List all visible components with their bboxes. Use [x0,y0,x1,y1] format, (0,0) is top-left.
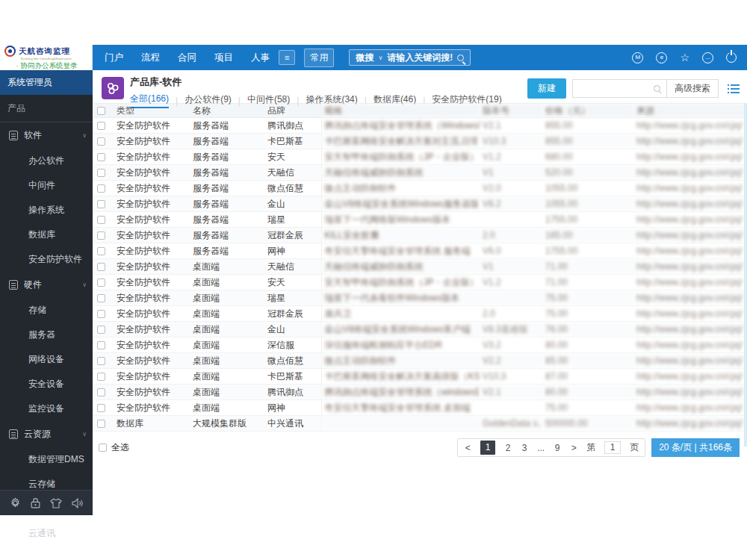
cell-source: http://www.zjcg.gov.cn/cjxj/ [633,118,746,134]
cell-name: 桌面端 [190,385,264,400]
row-checkbox[interactable] [97,231,105,240]
tab-全部(166)[interactable]: 全部(166) [130,93,169,108]
cell-brand: 中兴通讯 [264,416,321,432]
cell-brand: 安天 [264,149,321,165]
global-search[interactable]: 微搜 ∨ 请输入关键词搜! [349,49,471,66]
row-checkbox[interactable] [97,420,105,428]
new-button[interactable]: 新建 [527,78,566,99]
sidebar-item-办公软件[interactable]: 办公软件 [0,149,93,173]
row-checkbox[interactable] [97,216,105,224]
row-checkbox[interactable] [97,184,105,193]
row-checkbox[interactable] [97,294,105,302]
cell-version: GoldenData s... [480,416,542,432]
table-search-box: 高级搜索 [572,79,719,98]
row-checkbox[interactable] [97,137,105,146]
nav-item-流程[interactable]: 流程 [141,52,160,64]
select-all-checkbox[interactable] [99,444,107,452]
sidebar-item-服务器[interactable]: 服务器 [0,323,93,347]
table-row: 安全防护软件桌面端微点佰慧微点主动防御软件V2.285.00http://www… [94,353,746,369]
cell-type: 安全防护软件 [114,243,190,259]
more-icon[interactable]: ... [702,52,713,63]
table-row: 安全防护软件桌面端网神奇安信天擎终端安全管理系统 桌面端75.00http://… [94,400,746,416]
page-header: 产品库-软件 全部(166)|办公软件(9)|中间件(58)|操作系统(34)|… [93,70,747,103]
page-jump-input[interactable]: 1 [604,441,621,454]
contact-icon[interactable]: e [656,52,667,63]
sidebar-group-软件[interactable]: 软件∨ [0,122,93,149]
nav-item-pinned[interactable]: 常用 [304,49,334,67]
list-view-icon[interactable] [728,84,740,93]
col-header-来源: 来源 [633,104,746,118]
row-checkbox[interactable] [97,373,105,381]
header-checkbox[interactable] [97,107,105,115]
cell-type: 安全防护软件 [114,369,190,385]
row-checkbox-cell [94,385,114,400]
row-checkbox[interactable] [97,357,105,365]
row-checkbox[interactable] [97,326,105,334]
nav-item-门户[interactable]: 门户 [105,52,123,64]
row-checkbox[interactable] [97,200,105,208]
advanced-search-button[interactable]: 高级搜索 [666,80,718,97]
row-checkbox[interactable] [97,153,105,161]
search-icon[interactable] [654,85,660,92]
sidebar-item-监控设备[interactable]: 监控设备 [0,396,93,421]
gear-icon[interactable] [10,497,21,508]
favorites-icon[interactable]: ☆ [680,52,689,63]
scrollbar[interactable] [744,103,747,447]
sidebar-item-安全设备[interactable]: 安全设备 [0,372,93,396]
sidebar-item-中间件[interactable]: 中间件 [0,173,93,198]
cell-type: 安全防护软件 [114,149,190,165]
sidebar-item-安全防护软件[interactable]: 安全防护软件 [0,247,93,272]
search-icon[interactable] [457,55,464,61]
row-checkbox[interactable] [97,279,105,287]
table-search-input[interactable] [573,80,654,97]
row-checkbox[interactable] [97,388,105,396]
nav-item-人事[interactable]: 人事 [251,52,270,64]
search-input[interactable]: 请输入关键词搜! [387,52,453,64]
cell-brand: 金山 [264,322,321,337]
row-checkbox[interactable] [97,122,105,130]
message-icon[interactable]: M [632,52,643,63]
row-checkbox-cell [94,212,114,228]
sidebar-item-数据库[interactable]: 数据库 [0,223,93,247]
row-checkbox[interactable] [97,247,105,255]
sidebar-item-操作系统[interactable]: 操作系统 [0,198,93,223]
nav-more-icon[interactable]: ≡ [279,50,295,65]
sidebar-item-数据管理DMS[interactable]: 数据管理DMS [0,447,93,472]
chevron-down-icon[interactable]: ∨ [378,55,382,61]
user-role-banner[interactable]: 系统管理员 [0,70,93,95]
page-button-1[interactable]: 1 [480,441,495,455]
chevron-down-icon: ∨ [82,281,87,288]
page-button-3[interactable]: 3 [521,443,528,453]
row-checkbox[interactable] [97,169,105,177]
power-icon[interactable] [726,52,737,63]
row-checkbox-cell [94,369,114,385]
page-size-badge[interactable]: 20 条/页 | 共166条 [651,438,740,457]
page-button-<[interactable]: < [464,443,471,453]
page-button-9[interactable]: 9 [554,443,561,453]
page-button->[interactable]: > [570,443,577,453]
speaker-icon[interactable] [72,498,84,508]
page-button-...[interactable]: ... [537,443,545,453]
row-checkbox[interactable] [97,310,105,318]
sidebar-item-存储[interactable]: 存储 [0,298,93,323]
nav-item-项目[interactable]: 项目 [214,52,233,64]
cell-price: 71.00 [542,275,633,290]
cell-version: V8.2 [480,196,542,212]
cell-spec: 卡巴斯基网络安全解决方案高级版（KSO・KSC... [321,369,480,385]
row-checkbox[interactable] [97,341,105,349]
nav-item-合同[interactable]: 合同 [178,52,196,64]
cell-price: 1055.00 [542,196,633,212]
lock-icon[interactable] [31,497,40,508]
row-checkbox[interactable] [97,263,105,271]
sidebar-group-硬件[interactable]: 硬件∨ [0,272,93,298]
search-engine-label[interactable]: 微搜 [356,52,374,64]
page-button-2[interactable]: 2 [504,443,512,453]
sidebar-item-网络设备[interactable]: 网络设备 [0,347,93,372]
cell-spec: 腾讯御点终端安全管理系统（Windows版） [321,118,480,134]
sidebar-group-云资源[interactable]: 云资源∨ [0,421,93,447]
theme-shirt-icon[interactable] [50,498,62,508]
main-nav: 门户流程合同项目人事 ≡ 常用 [105,49,334,67]
sidebar-item-云通讯[interactable]: 云通讯 [0,521,93,546]
row-checkbox[interactable] [97,404,105,412]
cell-brand: 深信服 [264,337,321,353]
